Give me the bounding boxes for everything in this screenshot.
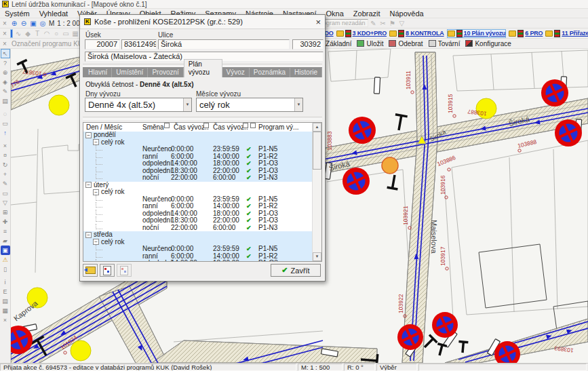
layout-config-button[interactable]: Konfigurace: [463, 40, 513, 47]
tab-poznamka[interactable]: Poznámka: [250, 68, 290, 77]
scrollbar-thumb[interactable]: [313, 132, 321, 170]
detach-bottom-icon[interactable]: ×: [1, 315, 10, 325]
layout-factory-button[interactable]: Tovární: [426, 40, 463, 47]
layers-icon[interactable]: ≡: [1, 227, 10, 236]
col-program[interactable]: Program vý...: [258, 123, 298, 132]
table-row[interactable]: Neurčeno0:00:0023:59:59✔P1-N5: [83, 246, 312, 253]
tab-plan-vyvozu[interactable]: Plán vývozu: [184, 59, 222, 77]
tab-vyvoz[interactable]: Vývoz: [222, 68, 250, 77]
layout-save-button[interactable]: Uložit: [354, 40, 386, 47]
symbols-detach-icon[interactable]: ×: [1, 29, 9, 37]
tab-provozni[interactable]: Provozní: [148, 68, 183, 77]
collapse-icon[interactable]: −: [85, 232, 92, 238]
theme-link[interactable]: 11 Přiřazenost k programu: [562, 30, 588, 37]
snap-icon[interactable]: ✎: [1, 87, 10, 96]
theme-10-plan-vyvozu[interactable]: 10 Plán vývozu: [447, 29, 507, 38]
cascade-icon[interactable]: ▤: [1, 296, 10, 306]
copy-icon[interactable]: ⊞: [1, 208, 10, 217]
months-combo[interactable]: celý rok▼: [196, 98, 303, 112]
ellipse-select-icon[interactable]: ◌: [1, 109, 10, 119]
folder-panel-icon[interactable]: ▰: [1, 236, 10, 246]
select-cursor-icon[interactable]: ↖: [1, 49, 10, 58]
table-row[interactable]: ranní6:00:0014:00:00✔P1-R2: [83, 203, 312, 210]
tab-historie[interactable]: Historie: [290, 68, 322, 77]
right-code-field[interactable]: 30392: [292, 39, 324, 50]
zoom-out-icon[interactable]: ⊖: [20, 19, 28, 27]
promote-icon[interactable]: ↑: [1, 128, 10, 138]
col-shift-checkbox[interactable]: [164, 123, 170, 128]
menu-napoveda[interactable]: Nápověda: [385, 9, 429, 18]
table-row[interactable]: odpolední18:30:0022:00:00✔P1-O3: [83, 217, 312, 224]
theme-link[interactable]: 3 KDO+PRO: [353, 30, 387, 37]
collapse-icon[interactable]: −: [93, 139, 99, 145]
col-time-to-checkbox[interactable]: [243, 123, 248, 128]
theme-link[interactable]: 6 PRO: [525, 30, 543, 37]
export-rows-button[interactable]: [83, 264, 98, 277]
usek-code-field[interactable]: 83612499: [121, 39, 157, 50]
move-object-icon[interactable]: +: [1, 170, 10, 179]
scroll-down-icon[interactable]: ▼: [313, 252, 321, 261]
col-day[interactable]: Den / Měsíc: [86, 123, 122, 132]
edit-object-icon[interactable]: ✎: [1, 179, 10, 189]
col-shift[interactable]: Směna: [142, 123, 164, 132]
region-select-icon[interactable]: ▭: [1, 119, 10, 128]
table-row[interactable]: odpolední18:30:0022:00:00✔P1-O3: [83, 168, 312, 175]
dialog-title-bar[interactable]: K Koše - prohlížení KOSE2012PSK (gr.č.: …: [80, 15, 325, 29]
zoom-lens-icon[interactable]: ⊕: [1, 68, 10, 77]
toolbar-detach-icon[interactable]: ×: [1, 19, 9, 27]
active-symbol-swatch[interactable]: [11, 30, 12, 37]
export-icon[interactable]: ▦: [1, 306, 10, 315]
add-icon[interactable]: ✚: [1, 217, 10, 227]
menu-zobrazit[interactable]: Zobrazit: [349, 9, 385, 18]
layout-remove-button[interactable]: Odebrat: [386, 40, 425, 47]
table-scrollbar[interactable]: ▲ ▼: [312, 123, 321, 261]
close-dialog-button[interactable]: ✔Zavřít: [271, 264, 321, 277]
ulice-field[interactable]: Široká: [158, 39, 290, 50]
rotate-object-icon[interactable]: ↻: [1, 160, 10, 170]
zoom-extent-icon[interactable]: ◎: [39, 19, 47, 27]
close-panel-icon[interactable]: ×: [1, 141, 10, 151]
collapse-icon[interactable]: −: [93, 189, 99, 195]
marker-icon[interactable]: ¤: [1, 151, 10, 160]
filter-icon[interactable]: ▽: [1, 198, 10, 208]
col-time-from-checkbox[interactable]: [203, 123, 209, 128]
zoom-window-icon[interactable]: ▣: [29, 19, 37, 27]
warning-icon[interactable]: ⚠: [1, 255, 10, 265]
theme-6-pro[interactable]: 6 PRO: [509, 30, 543, 37]
zoom-in-icon[interactable]: ⊕: [10, 19, 18, 27]
dialog-close-icon[interactable]: ×: [315, 18, 321, 26]
table-row[interactable]: Neurčeno0:00:0023:59:59✔P1-N5: [83, 196, 312, 203]
menu-system[interactable]: Systém: [0, 9, 35, 18]
notes-icon[interactable]: E: [1, 287, 10, 296]
scroll-up-icon[interactable]: ▲: [313, 123, 321, 132]
collapse-icon[interactable]: −: [85, 182, 92, 188]
theme-3-kdo-pro[interactable]: 3 KDO+PRO: [336, 30, 387, 37]
chevron-down-icon[interactable]: ▼: [294, 98, 302, 111]
table-row[interactable]: odpolední14:00:0018:00:00✔P1-O3: [83, 160, 312, 168]
collapse-icon[interactable]: −: [85, 132, 92, 138]
identify-icon[interactable]: ?: [1, 58, 10, 68]
theme-8-kontrola[interactable]: 8 KONTROLA: [389, 30, 444, 37]
table-row[interactable]: Neurčeno0:00:0023:59:59✔P1-N5: [83, 146, 312, 153]
theme-11-prirazenost[interactable]: 11 Přiřazenost k programu: [545, 30, 588, 37]
print-icon[interactable]: ▤: [1, 96, 10, 106]
theme-link[interactable]: 8 KONTROLA: [406, 30, 444, 37]
table-group-period[interactable]: −celý rok: [83, 189, 312, 196]
table-group-period[interactable]: −celý rok: [83, 239, 312, 246]
table-row[interactable]: noční22:00:006:00:00✔P1-N3: [83, 174, 312, 182]
menu-vyhledat[interactable]: Vyhledat: [35, 9, 73, 18]
table-group-period[interactable]: −celý rok: [83, 139, 312, 147]
table-row[interactable]: noční22:00:006:00:00✔P1-N3: [83, 224, 312, 232]
tab-hlavni[interactable]: Hlavní: [84, 68, 112, 77]
edit-program-button[interactable]: [100, 264, 115, 277]
rect-zone-icon[interactable]: ▭: [1, 189, 10, 198]
col-confirm-checkbox[interactable]: [250, 123, 256, 128]
trash-icon[interactable]: ▯: [1, 265, 10, 274]
collapse-icon[interactable]: −: [93, 239, 99, 245]
pan-hand-icon[interactable]: ◈: [1, 77, 10, 87]
theme-link[interactable]: 10 Plán vývozu: [464, 30, 506, 37]
tab-umisteni[interactable]: Umístění: [112, 68, 148, 77]
glasses-view-icon[interactable]: ▣: [1, 246, 10, 255]
usek-id-field[interactable]: 20007: [85, 39, 120, 50]
days-combo[interactable]: Denně 4x (alt.5x)▼: [85, 98, 192, 112]
